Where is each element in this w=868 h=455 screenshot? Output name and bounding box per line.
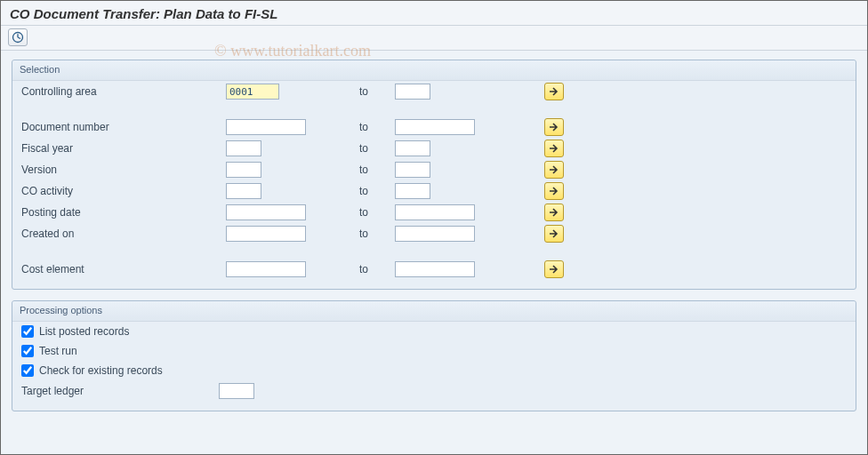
field-label: Version: [21, 164, 226, 176]
to-label: to: [333, 85, 395, 98]
field-label: CO activity: [21, 185, 226, 197]
field-label: Controlling area: [21, 85, 226, 98]
arrow-right-icon: [549, 208, 559, 217]
arrow-right-icon: [549, 229, 559, 238]
multiple-selection-button[interactable]: [544, 260, 564, 278]
arrow-right-icon: [549, 87, 559, 96]
from-input[interactable]: [226, 84, 279, 100]
from-input[interactable]: [226, 140, 261, 156]
field-label: Document number: [21, 121, 226, 133]
field-label: Created on: [21, 228, 226, 240]
multiple-selection-button[interactable]: [544, 83, 564, 100]
field-label: Posting date: [21, 206, 226, 219]
option-label: Test run: [39, 345, 77, 357]
to-label: to: [333, 164, 395, 176]
target-ledger-label: Target ledger: [21, 385, 219, 397]
option-checkbox[interactable]: [21, 325, 34, 338]
to-input[interactable]: [395, 162, 430, 178]
page-title: CO Document Transfer: Plan Data to FI-SL: [1, 1, 867, 26]
option-label: List posted records: [39, 325, 129, 338]
from-input[interactable]: [226, 119, 306, 135]
to-input[interactable]: [395, 84, 430, 100]
svg-line-2: [18, 37, 20, 39]
from-input[interactable]: [226, 226, 306, 242]
multiple-selection-button[interactable]: [544, 140, 564, 157]
arrow-right-icon: [549, 165, 559, 174]
to-input[interactable]: [395, 119, 475, 135]
from-input[interactable]: [226, 162, 261, 178]
selection-group: Selection Controlling areatoDocument num…: [12, 60, 856, 290]
to-input[interactable]: [395, 183, 430, 199]
from-input[interactable]: [226, 183, 261, 199]
to-label: to: [333, 185, 395, 197]
to-input[interactable]: [395, 226, 475, 242]
to-label: to: [333, 228, 395, 240]
to-label: to: [333, 206, 395, 219]
from-input[interactable]: [226, 204, 306, 220]
field-label: Fiscal year: [21, 142, 226, 155]
multiple-selection-button[interactable]: [544, 225, 564, 243]
to-label: to: [333, 263, 395, 275]
field-label: Cost element: [21, 263, 226, 275]
selection-group-title: Selection: [12, 60, 856, 81]
arrow-right-icon: [549, 144, 559, 153]
arrow-right-icon: [549, 265, 559, 274]
option-checkbox[interactable]: [21, 345, 34, 357]
to-label: to: [333, 121, 395, 133]
to-input[interactable]: [395, 261, 475, 277]
arrow-right-icon: [549, 187, 559, 196]
from-input[interactable]: [226, 261, 306, 277]
execute-button[interactable]: [8, 28, 28, 46]
toolbar: © www.tutorialkart.com: [1, 26, 867, 51]
to-input[interactable]: [395, 140, 430, 156]
multiple-selection-button[interactable]: [544, 182, 564, 200]
processing-group-title: Processing options: [12, 301, 856, 322]
processing-group: Processing options List posted recordsTe…: [12, 300, 856, 411]
option-checkbox[interactable]: [21, 364, 34, 377]
clock-execute-icon: [12, 31, 24, 44]
multiple-selection-button[interactable]: [544, 161, 564, 179]
to-input[interactable]: [395, 204, 475, 220]
arrow-right-icon: [549, 123, 559, 132]
multiple-selection-button[interactable]: [544, 204, 564, 221]
to-label: to: [333, 142, 395, 155]
target-ledger-input[interactable]: [219, 383, 254, 399]
multiple-selection-button[interactable]: [544, 118, 564, 136]
option-label: Check for existing records: [39, 364, 163, 377]
